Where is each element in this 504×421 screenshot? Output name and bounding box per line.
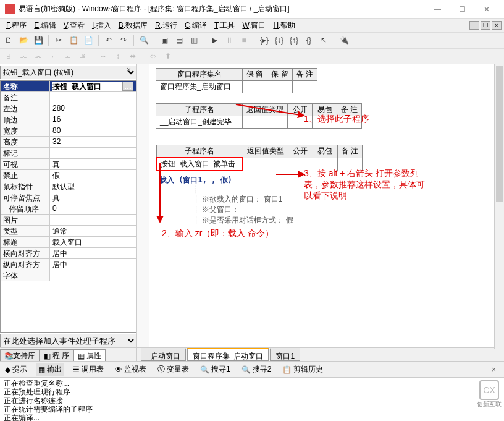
property-table[interactable]: 名称 按钮_载入窗口 … 备注左边280顶边16宽度80高度32标记可视真禁止假…	[0, 80, 136, 333]
stop-button[interactable]: ■	[238, 34, 250, 46]
cursor-icon[interactable]: ↖	[317, 34, 330, 46]
prop-value[interactable]: 真	[50, 159, 136, 169]
find-button[interactable]: 🔍	[138, 34, 150, 46]
td[interactable]	[243, 81, 267, 93]
panel-close-icon[interactable]: ×	[127, 66, 135, 74]
otab-hint[interactable]: ◆提示	[2, 363, 30, 376]
mdi-minimize-button[interactable]: _	[469, 21, 479, 30]
step-over-icon[interactable]: {▸}	[258, 34, 271, 46]
otab-vars[interactable]: Ⓥ变量表	[155, 363, 191, 376]
redo-button[interactable]: ↷	[117, 34, 130, 46]
component-selector[interactable]: 按钮_载入窗口 (按钮)	[0, 66, 136, 79]
menu-v[interactable]: V.查看	[60, 20, 88, 31]
copy-button[interactable]: 📋	[67, 34, 80, 46]
otab-callstack[interactable]: ☰调用表	[70, 363, 106, 376]
view2-button[interactable]: ▤	[173, 34, 185, 46]
menu-w[interactable]: W.窗口	[238, 20, 269, 31]
view3-button[interactable]: ▥	[188, 34, 200, 46]
property-row[interactable]: 标记	[1, 148, 136, 159]
otab-output[interactable]: ▦输出	[36, 363, 64, 376]
tab-window1[interactable]: 窗口1	[270, 348, 300, 361]
tab-properties[interactable]: ▦属性	[74, 349, 106, 361]
otab-search1[interactable]: 🔍搜寻1	[198, 363, 233, 376]
otab-search2[interactable]: 🔍搜寻2	[239, 363, 274, 376]
prop-value[interactable]	[50, 270, 136, 281]
prop-value[interactable]: 280	[50, 103, 136, 114]
td-module-name[interactable]: 窗口程序集_启动窗口	[156, 81, 243, 93]
plugin-icon[interactable]: 🔌	[338, 34, 350, 46]
prop-name-value[interactable]: 按钮_载入窗口	[52, 82, 122, 91]
prop-value[interactable]: 默认型	[50, 181, 136, 192]
td[interactable]	[243, 158, 288, 171]
save-button[interactable]: 💾	[32, 34, 44, 46]
tab-program[interactable]: ◧程 序	[40, 349, 74, 361]
prop-value[interactable]: 0	[50, 203, 136, 214]
property-row[interactable]: 高度32	[1, 137, 136, 148]
cut-button[interactable]: ✂	[52, 34, 65, 46]
td[interactable]	[267, 81, 292, 93]
prop-value[interactable]: 居中	[50, 259, 136, 270]
table-row[interactable]: 窗口程序集_启动窗口	[156, 81, 317, 93]
td[interactable]	[243, 116, 288, 129]
property-row[interactable]: 图片	[1, 215, 136, 226]
menu-c[interactable]: C.编译	[181, 20, 211, 31]
output-text[interactable]: 正在检查重复名称...正在预处理现行程序正在进行名称连接正在统计需要编译的子程序…	[0, 378, 504, 421]
property-row[interactable]: 宽度80	[1, 125, 136, 137]
otab-watch[interactable]: 👁监视表	[112, 363, 149, 376]
tab-startup-window[interactable]: _启动窗口	[141, 348, 186, 361]
property-row[interactable]: 横向对齐方式居中	[1, 248, 136, 259]
code-editor[interactable]: 窗口程序集名 保 留 保 留 备 注 窗口程序集_启动窗口 子程序名 返回值类型	[137, 64, 504, 347]
menu-r[interactable]: R.运行	[151, 20, 181, 31]
prop-value[interactable]: 假	[50, 170, 136, 181]
minimize-button[interactable]: —	[425, 2, 450, 17]
property-row[interactable]: 类型通常	[1, 226, 136, 237]
open-button[interactable]: 📂	[17, 34, 30, 46]
property-row[interactable]: 纵向对齐方式居中	[1, 259, 136, 270]
prop-value[interactable]	[50, 215, 136, 225]
td[interactable]	[292, 81, 317, 93]
property-row[interactable]: 可视真	[1, 159, 136, 170]
property-row[interactable]: 鼠标指针默认型	[1, 181, 136, 192]
run-button[interactable]: ▶	[208, 34, 220, 46]
property-row[interactable]: 禁止假	[1, 170, 136, 181]
menu-i[interactable]: I.插入	[88, 20, 115, 31]
undo-button[interactable]: ↶	[103, 34, 115, 46]
panel-close-icon[interactable]: ×	[492, 365, 500, 374]
vertical-scrollbar[interactable]	[494, 64, 504, 349]
property-row[interactable]: 停留顺序0	[1, 203, 136, 215]
property-row[interactable]: 左边280	[1, 103, 136, 114]
td-sub-name-selected[interactable]: 按钮_载入窗口_被单击	[156, 158, 243, 171]
prop-value[interactable]: 载入窗口	[50, 237, 136, 247]
step-into-icon[interactable]: {↓}	[273, 34, 285, 46]
tab-library[interactable]: 📚支持库	[0, 349, 40, 361]
close-button[interactable]: ✕	[474, 2, 499, 17]
property-row[interactable]: 字体	[1, 270, 136, 281]
property-row[interactable]: 顶边16	[1, 114, 136, 125]
menu-b[interactable]: B.数据库	[115, 20, 151, 31]
view1-button[interactable]: ▣	[158, 34, 170, 46]
menu-f[interactable]: F.程序	[2, 20, 30, 31]
pause-button[interactable]: ⏸	[223, 34, 235, 46]
scrollbar-thumb[interactable]	[496, 66, 503, 202]
menu-e[interactable]: E.编辑	[30, 20, 59, 31]
property-row[interactable]: 标题载入窗口	[1, 237, 136, 248]
otab-clipboard[interactable]: 📋剪辑历史	[280, 363, 326, 376]
prop-value[interactable]: 通常	[50, 226, 136, 236]
prop-value[interactable]: 80	[50, 125, 136, 136]
menu-h[interactable]: H.帮助	[269, 20, 299, 31]
step-out-icon[interactable]: {↑}	[288, 34, 300, 46]
prop-value[interactable]	[50, 148, 136, 158]
mdi-close-button[interactable]: ×	[492, 21, 502, 30]
prop-ellipsis-button[interactable]: …	[122, 82, 133, 91]
prop-value[interactable]: 16	[50, 114, 136, 125]
td-sub-name[interactable]: __启动窗口_创建完毕	[156, 116, 243, 129]
property-row[interactable]: 可停留焦点真	[1, 192, 136, 203]
prop-value[interactable]	[50, 92, 136, 103]
prop-value[interactable]: 真	[50, 192, 136, 203]
mdi-restore-button[interactable]: ❐	[481, 21, 490, 30]
maximize-button[interactable]: ☐	[450, 2, 474, 17]
new-button[interactable]: 🗋	[2, 34, 15, 46]
prop-value[interactable]: 32	[50, 137, 136, 147]
paste-button[interactable]: 📄	[82, 34, 94, 46]
tab-program-set[interactable]: 窗口程序集_启动窗口	[187, 348, 269, 361]
